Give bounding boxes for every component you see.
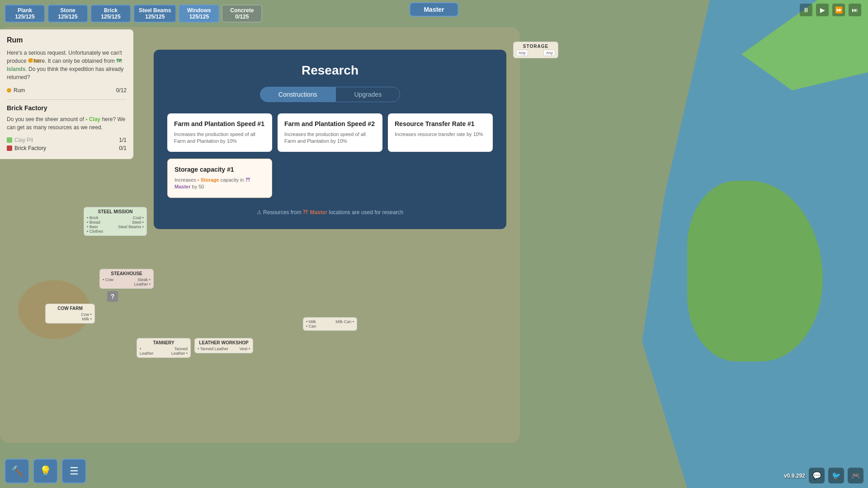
cow-farm-rows: Cow • Milk • xyxy=(48,312,92,321)
card-resource-transfer-desc: Increases resource transfer rate by 10% xyxy=(395,131,486,138)
resource-brick: Brick 125/125 xyxy=(90,5,131,23)
sidebar-title: Rum xyxy=(7,36,127,44)
steam-icon: 🎮 xyxy=(851,471,860,480)
research-title: Research xyxy=(167,63,493,78)
rum-label: Rum xyxy=(14,87,25,94)
card-storage-title: Storage capacity #1 xyxy=(175,166,265,173)
tab-constructions[interactable]: Constructions xyxy=(260,87,336,102)
research-card-empty-2 xyxy=(388,159,493,198)
research-card-resource-transfer-1[interactable]: Resource Transfer Rate #1 Increases reso… xyxy=(388,113,493,152)
rum-value: 0/12 xyxy=(116,87,127,94)
card-farm-speed-2-desc: Increases the production speed of all Fa… xyxy=(284,131,376,145)
steakhouse-node[interactable]: STEAKHOUSE • Cow Steak • Leather • xyxy=(99,269,154,289)
warning-icon: ⚠ xyxy=(257,209,262,216)
steel-mission-rows: • Brick • Bread • Beer • Clothes Coal • … xyxy=(87,216,144,234)
research-cards-row2: Storage capacity #1 Increases ▪ Storage … xyxy=(167,159,493,198)
building-row-clay-pit: Clay Pit 1/1 xyxy=(7,136,127,144)
resource-plank-value: 125/125 xyxy=(10,14,40,20)
steel-mission-node[interactable]: STEEL MISSION • Brick • Bread • Beer • C… xyxy=(84,207,147,236)
resource-plank-label: Plank xyxy=(10,7,40,14)
resource-brick-value: 125/125 xyxy=(96,14,126,20)
leather-workshop-rows: • Tanned Leather Vest • xyxy=(198,347,250,351)
steel-mission-inputs: • Brick • Bread • Beer • Clothes xyxy=(87,216,103,234)
storage-filter-right[interactable]: Any xyxy=(543,50,555,56)
steakhouse-rows: • Cow Steak • Leather • xyxy=(103,277,151,286)
building-row-brick-factory: Brick Factory 0/1 xyxy=(7,144,127,152)
brick-factory-icon xyxy=(7,145,12,151)
steakhouse-inputs: • Cow xyxy=(103,277,113,286)
fast-button[interactable]: ⏩ xyxy=(832,4,845,16)
twitter-icon: 🐦 xyxy=(832,471,841,480)
research-card-farm-speed-2[interactable]: Farm and Plantation Speed #2 Increases t… xyxy=(278,113,382,152)
tannery-rows: • Leather Tanned Leather • xyxy=(140,347,188,356)
rum-dot-icon xyxy=(7,88,11,93)
milk-can-node[interactable]: • Milk • Can Milk Can • xyxy=(303,317,357,331)
resource-windows: Windows 125/125 xyxy=(179,5,219,23)
resource-steel-beams-label: Steel Beams xyxy=(139,7,171,14)
resource-windows-value: 125/125 xyxy=(184,14,214,20)
resource-steel-beams-value: 125/125 xyxy=(139,14,171,20)
milk-can-rows: • Milk • Can Milk Can • xyxy=(306,319,354,328)
tannery-outputs: Tanned Leather • xyxy=(163,347,188,356)
resource-brick-label: Brick xyxy=(96,7,126,14)
unknown-badge: ? xyxy=(107,291,118,302)
research-card-farm-speed-1[interactable]: Farm and Plantation Speed #1 Increases t… xyxy=(167,113,272,152)
master-button[interactable]: Master xyxy=(409,2,458,17)
leather-workshop-node[interactable]: LEATHER WORKSHOP • Tanned Leather Vest • xyxy=(194,338,253,353)
sidebar-section2-desc: Do you see the sheer amount of ▪ Clay he… xyxy=(7,115,127,131)
research-card-storage-capacity[interactable]: Storage capacity #1 Increases ▪ Storage … xyxy=(167,159,272,198)
faster-button[interactable]: ⏭ xyxy=(849,4,861,16)
resource-steel-beams: Steel Beams 125/125 xyxy=(133,5,176,23)
resource-stone: Stone 125/125 xyxy=(47,5,88,23)
resource-stone-label: Stone xyxy=(53,7,83,14)
discord-icon: 💬 xyxy=(812,471,821,480)
cow-farm-title: COW FARM xyxy=(48,306,92,311)
research-footer: ⚠ Resources from ⛩ Master locations are … xyxy=(167,209,493,216)
research-cards-row1: Farm and Plantation Speed #1 Increases t… xyxy=(167,113,493,152)
twitter-button[interactable]: 🐦 xyxy=(828,468,844,483)
menu-tool-button[interactable]: ☰ xyxy=(61,459,86,483)
resource-concrete: Concrete 0/125 xyxy=(222,5,262,23)
brick-factory-label: Brick Factory xyxy=(14,145,46,151)
card-farm-speed-1-desc: Increases the production speed of all Fa… xyxy=(174,131,265,145)
storage-filter-left[interactable]: Any xyxy=(516,50,528,56)
tab-upgrades[interactable]: Upgrades xyxy=(335,87,400,102)
tannery-node[interactable]: TANNERY • Leather Tanned Leather • xyxy=(137,338,191,358)
research-card-empty-1 xyxy=(278,159,382,198)
play-button[interactable]: ▶ xyxy=(816,4,829,16)
card-resource-transfer-title: Resource Transfer Rate #1 xyxy=(395,120,486,127)
bottom-toolbar: 🔨 💡 ☰ xyxy=(5,459,86,483)
leather-workshop-title: LEATHER WORKSHOP xyxy=(198,340,250,345)
card-farm-speed-1-title: Farm and Plantation Speed #1 xyxy=(174,120,265,127)
resource-concrete-value: 0/125 xyxy=(227,14,257,20)
bulb-tool-button[interactable]: 💡 xyxy=(33,459,58,483)
pause-button[interactable]: ⏸ xyxy=(800,4,812,16)
discord-button[interactable]: 💬 xyxy=(809,468,825,483)
clay-pit-value: 1/1 xyxy=(119,137,127,143)
brick-factory-value: 0/1 xyxy=(119,145,127,151)
resource-plank: Plank 125/125 xyxy=(5,5,45,23)
card-storage-desc: Increases ▪ Storage capacity in ⛩ Master… xyxy=(175,177,265,191)
steam-button[interactable]: 🎮 xyxy=(848,468,863,483)
hammer-tool-button[interactable]: 🔨 xyxy=(5,459,29,483)
leather-workshop-outputs: Vest • xyxy=(240,347,250,351)
milk-can-outputs: Milk Can • xyxy=(335,319,354,328)
steakhouse-title: STEAKHOUSE xyxy=(103,271,151,276)
cow-farm-node[interactable]: COW FARM Cow • Milk • xyxy=(45,304,95,324)
sidebar-section2-title: Brick Factory xyxy=(7,104,127,112)
research-tabs: Constructions Upgrades xyxy=(167,87,493,102)
cow-farm-outputs: Cow • Milk • xyxy=(81,312,92,321)
steel-mission-title: STEEL MISSION xyxy=(87,209,144,214)
top-bar: Plank 125/125 Stone 125/125 Brick 125/12… xyxy=(0,0,868,27)
version-label: v0.9.292 xyxy=(784,473,805,479)
tannery-inputs: • Leather xyxy=(140,347,154,356)
storage-node-title: STORAGE xyxy=(516,44,555,49)
milk-can-inputs: • Milk • Can xyxy=(306,319,316,328)
clay-pit-label: Clay Pit xyxy=(14,137,33,143)
sidebar-panel: Rum Here's a serious request. Unfortunat… xyxy=(0,29,133,159)
storage-node[interactable]: STORAGE Any Any xyxy=(513,42,558,58)
storage-node-filters: Any Any xyxy=(516,50,555,56)
card-farm-speed-2-title: Farm and Plantation Speed #2 xyxy=(284,120,376,127)
clay-pit-icon xyxy=(7,137,12,143)
steakhouse-outputs: Steak • Leather • xyxy=(134,277,151,286)
